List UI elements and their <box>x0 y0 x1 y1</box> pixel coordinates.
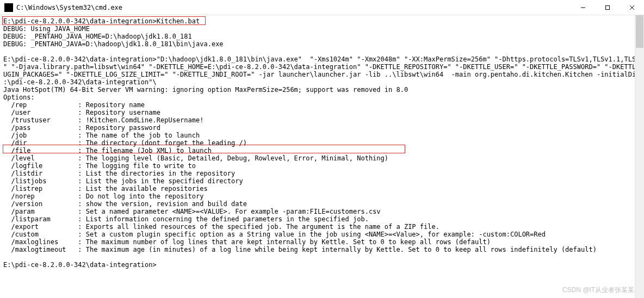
debug-line: DEBUG: _PENTAHO_JAVA=D:\hadoop\jdk1.8.0_… <box>3 40 224 48</box>
close-button[interactable] <box>620 0 644 15</box>
exec-block: E:\pdi-ce-8.2.0.0-342\data-integration>"… <box>3 55 644 86</box>
prompt-end: E:\pdi-ce-8.2.0.0-342\data-integration> <box>3 261 157 269</box>
minimize-button[interactable] <box>571 0 595 15</box>
scrollbar[interactable] <box>635 15 644 298</box>
title-left: C:\Windows\System32\cmd.exe <box>4 3 122 12</box>
watermark: CSDN @IT从业者张某某 <box>562 285 634 295</box>
svg-rect-1 <box>605 6 609 10</box>
terminal-output[interactable]: E:\pdi-ce-8.2.0.0-342\data-integration>K… <box>0 15 644 271</box>
window-controls <box>571 0 644 15</box>
debug-line: DEBUG: Using JAVA_HOME <box>3 25 90 33</box>
cmd-icon <box>4 3 13 12</box>
options-list: /rep : Repository name /user : Repositor… <box>3 101 597 253</box>
debug-line: DEBUG: _PENTAHO_JAVA_HOME=D:\hadoop\jdk1… <box>3 33 192 40</box>
window-title: C:\Windows\System32\cmd.exe <box>16 4 122 11</box>
options-header: Options: <box>3 94 35 101</box>
scrollbar-thumb[interactable] <box>636 15 643 48</box>
hotspot-warning: Java HotSpot(TM) 64-Bit Server VM warnin… <box>3 86 408 94</box>
maximize-button[interactable] <box>595 0 620 15</box>
prompt-line: E:\pdi-ce-8.2.0.0-342\data-integration>K… <box>3 17 200 25</box>
titlebar: C:\Windows\System32\cmd.exe <box>0 0 644 15</box>
